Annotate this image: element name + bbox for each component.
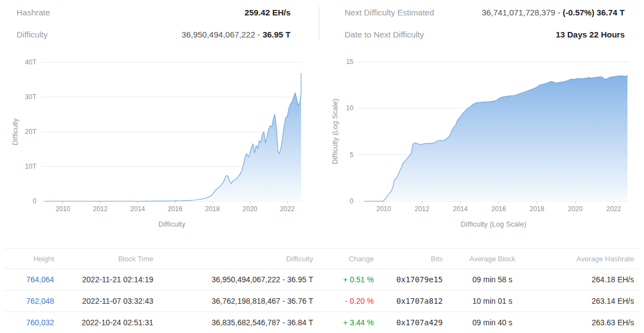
svg-text:2022: 2022 (607, 205, 621, 213)
svg-text:2010: 2010 (56, 205, 71, 213)
bits-cell: 0x1707a812 (379, 291, 448, 312)
svg-text:15: 15 (346, 58, 354, 66)
svg-text:2016: 2016 (491, 205, 506, 213)
difficulty-history-table: Height Block Time Difficulty Change Bits… (4, 248, 640, 333)
header-bits: Bits (379, 249, 448, 269)
date-to-next-label: Date to Next Difficulty (345, 30, 424, 39)
next-difficulty-value: 36,741,071,728,379 - (-0.57%) 36.74 T (482, 8, 625, 17)
svg-text:2014: 2014 (130, 205, 145, 213)
stat-row-hashrate: Hashrate 259.42 EH/s (17, 8, 291, 17)
difficulty-page: Hashrate 259.42 EH/s Difficulty 36,950,4… (0, 0, 644, 333)
svg-text:2016: 2016 (168, 205, 183, 213)
header-average-hashrate: Average Hashrate (536, 249, 640, 269)
block-height-link[interactable]: 762,048 (26, 297, 54, 305)
bits-cell: 0x1707a429 (379, 312, 448, 333)
table-row: 764,064 2022-11-21 02:14:19 36,950,494,0… (4, 269, 640, 291)
svg-text:5: 5 (350, 151, 353, 159)
difficulty-log-chart: 0510152010201220142016201820202022Diffic… (331, 58, 629, 228)
header-height: Height (4, 249, 60, 269)
svg-text:Difficulty: Difficulty (11, 118, 19, 145)
difficulty-label: Difficulty (17, 30, 47, 39)
svg-text:0: 0 (33, 197, 36, 205)
average-hashrate-cell: 264.18 EH/s (536, 269, 640, 291)
table-header-row: Height Block Time Difficulty Change Bits… (4, 249, 640, 269)
difficulty-cell: 36,762,198,818,467 - 36.76 T (159, 291, 319, 312)
average-hashrate-cell: 263.14 EH/s (536, 291, 640, 312)
svg-text:Difficulty (Log Scale): Difficulty (Log Scale) (461, 220, 527, 228)
average-block-cell: 09 min 58 s (448, 269, 536, 291)
block-height-link[interactable]: 764,064 (26, 275, 54, 284)
header-difficulty: Difficulty (159, 249, 319, 269)
svg-text:2012: 2012 (415, 205, 430, 213)
difficulty-cell: 36,835,682,546,787 - 36.84 T (159, 312, 319, 333)
block-time-cell: 2022-10-24 02:51:31 (60, 312, 159, 333)
change-cell: - 0.20 % (319, 291, 379, 312)
block-time-cell: 2022-11-21 02:14:19 (60, 269, 159, 291)
average-hashrate-cell: 263.63 EH/s (536, 312, 640, 333)
svg-text:2018: 2018 (530, 205, 545, 213)
difficulty-charts[interactable]: 010T20T30T40T201020122014201620182020202… (0, 50, 644, 248)
block-height-cell: 760,032 (4, 312, 60, 333)
svg-text:2014: 2014 (453, 205, 468, 213)
average-block-cell: 10 min 01 s (448, 291, 536, 312)
difficulty-linear-chart: 010T20T30T40T201020122014201620182020202… (11, 58, 302, 228)
difficulty-cell: 36,950,494,067,222 - 36.95 T (159, 269, 319, 291)
svg-text:2012: 2012 (93, 205, 108, 213)
svg-text:40T: 40T (25, 58, 36, 66)
next-difficulty-label: Next Difficulty Estimated (345, 8, 434, 17)
svg-text:2022: 2022 (280, 205, 295, 213)
table-row: 762,048 2022-11-07 03:32:43 36,762,198,8… (4, 291, 640, 312)
svg-text:2020: 2020 (243, 205, 257, 213)
block-height-cell: 762,048 (4, 291, 60, 312)
date-to-next-value: 13 Days 22 Hours (556, 30, 625, 39)
header-block-time: Block Time (60, 249, 159, 269)
hashrate-label: Hashrate (17, 8, 50, 17)
svg-text:0: 0 (350, 197, 353, 205)
stats-divider (319, 7, 319, 40)
average-block-cell: 09 min 40 s (448, 312, 536, 333)
header-change: Change (319, 249, 379, 269)
table-row: 760,032 2022-10-24 02:51:31 36,835,682,5… (4, 312, 640, 333)
stat-row-date-to-next: Date to Next Difficulty 13 Days 22 Hours (345, 30, 625, 39)
block-time-cell: 2022-11-07 03:32:43 (60, 291, 159, 312)
svg-text:2020: 2020 (568, 205, 583, 213)
bits-cell: 0x17079e15 (379, 269, 448, 291)
svg-text:10T: 10T (25, 163, 36, 170)
block-height-link[interactable]: 760,032 (26, 318, 54, 327)
svg-text:2018: 2018 (205, 205, 220, 213)
svg-text:20T: 20T (25, 128, 36, 136)
difficulty-value: 36,950,494,067,222 - 36.95 T (181, 30, 291, 39)
svg-text:Difficulty: Difficulty (158, 220, 185, 228)
change-cell: + 3.44 % (319, 312, 379, 333)
svg-text:Difficulty (Log Scale): Difficulty (Log Scale) (331, 99, 339, 164)
hashrate-value: 259.42 EH/s (245, 8, 291, 17)
stat-row-next-difficulty: Next Difficulty Estimated 36,741,071,728… (345, 8, 625, 17)
block-height-cell: 764,064 (4, 269, 60, 291)
change-cell: + 0.51 % (319, 269, 379, 291)
header-average-block: Average Block (448, 249, 536, 269)
svg-text:2010: 2010 (377, 205, 391, 213)
svg-text:30T: 30T (25, 93, 36, 101)
stat-row-difficulty: Difficulty 36,950,494,067,222 - 36.95 T (17, 30, 291, 39)
svg-text:10: 10 (346, 104, 354, 112)
